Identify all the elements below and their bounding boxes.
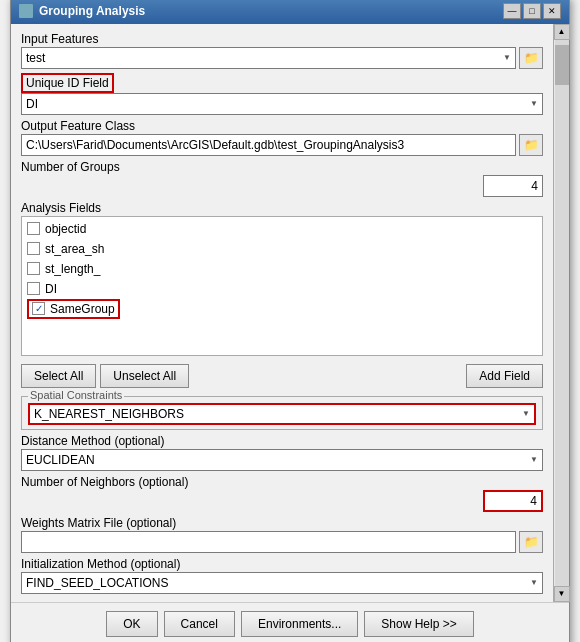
environments-button[interactable]: Environments... bbox=[241, 611, 358, 637]
output-feature-label: Output Feature Class bbox=[21, 119, 543, 133]
cancel-button[interactable]: Cancel bbox=[164, 611, 235, 637]
spatial-constraints-row: K_NEAREST_NEIGHBORS ▼ bbox=[28, 403, 536, 425]
list-item: SameGroup bbox=[24, 299, 540, 319]
analysis-fields-box: objectid st_area_sh st_length_ DI bbox=[21, 216, 543, 356]
list-item: DI bbox=[24, 279, 540, 299]
select-all-button[interactable]: Select All bbox=[21, 364, 96, 388]
unselect-all-button[interactable]: Unselect All bbox=[100, 364, 189, 388]
field-button-row: Select All Unselect All Add Field bbox=[21, 364, 543, 388]
input-features-section: Input Features test ▼ 📁 bbox=[21, 32, 543, 69]
distance-method-section: Distance Method (optional) EUCLIDEAN ▼ bbox=[21, 434, 543, 471]
st-area-checkbox[interactable] bbox=[27, 242, 40, 255]
distance-method-label: Distance Method (optional) bbox=[21, 434, 543, 448]
maximize-button[interactable]: □ bbox=[523, 3, 541, 19]
main-content: Input Features test ▼ 📁 Unique ID Field … bbox=[11, 24, 553, 602]
objectid-checkbox[interactable] bbox=[27, 222, 40, 235]
scrollbar: ▲ ▼ bbox=[553, 24, 569, 602]
add-field-button[interactable]: Add Field bbox=[466, 364, 543, 388]
weights-matrix-input[interactable] bbox=[21, 531, 516, 553]
init-method-row: FIND_SEED_LOCATIONS ▼ bbox=[21, 572, 543, 594]
di-label: DI bbox=[45, 282, 57, 296]
distance-method-value: EUCLIDEAN bbox=[26, 453, 95, 467]
scroll-down-button[interactable]: ▼ bbox=[554, 586, 570, 602]
title-bar: Grouping Analysis — □ ✕ bbox=[11, 0, 569, 24]
list-item: st_length_ bbox=[24, 259, 540, 279]
num-groups-section: Number of Groups 4 bbox=[21, 160, 543, 197]
spatial-constraints-arrow: ▼ bbox=[522, 409, 530, 418]
samegroup-checkbox[interactable] bbox=[32, 302, 45, 315]
output-feature-browse[interactable]: 📁 bbox=[519, 134, 543, 156]
unique-id-arrow: ▼ bbox=[530, 99, 538, 108]
spatial-constraints-value: K_NEAREST_NEIGHBORS bbox=[34, 407, 184, 421]
input-features-dropdown[interactable]: test ▼ bbox=[21, 47, 516, 69]
spatial-constraints-dropdown[interactable]: K_NEAREST_NEIGHBORS ▼ bbox=[28, 403, 536, 425]
scroll-container: Input Features test ▼ 📁 Unique ID Field … bbox=[11, 24, 569, 602]
st-length-checkbox[interactable] bbox=[27, 262, 40, 275]
scroll-up-button[interactable]: ▲ bbox=[554, 24, 570, 40]
grouping-analysis-window: Grouping Analysis — □ ✕ Input Features t… bbox=[10, 0, 570, 642]
distance-method-row: EUCLIDEAN ▼ bbox=[21, 449, 543, 471]
ok-button[interactable]: OK bbox=[106, 611, 157, 637]
show-help-button[interactable]: Show Help >> bbox=[364, 611, 473, 637]
unique-id-value: DI bbox=[26, 97, 38, 111]
objectid-label: objectid bbox=[45, 222, 86, 236]
init-method-label: Initialization Method (optional) bbox=[21, 557, 543, 571]
minimize-button[interactable]: — bbox=[503, 3, 521, 19]
num-groups-label: Number of Groups bbox=[21, 160, 543, 174]
bottom-button-row: OK Cancel Environments... Show Help >> bbox=[11, 602, 569, 643]
spatial-constraints-section: Spatial Constraints K_NEAREST_NEIGHBORS … bbox=[21, 396, 543, 430]
weights-matrix-section: Weights Matrix File (optional) 📁 bbox=[21, 516, 543, 553]
num-neighbors-value[interactable]: 4 bbox=[483, 490, 543, 512]
num-neighbors-container: 4 bbox=[21, 490, 543, 512]
input-features-label: Input Features bbox=[21, 32, 543, 46]
analysis-fields-label: Analysis Fields bbox=[21, 201, 543, 215]
samegroup-highlight-box: SameGroup bbox=[27, 299, 120, 319]
analysis-fields-section: Analysis Fields objectid st_area_sh st_l… bbox=[21, 201, 543, 356]
unique-id-section: Unique ID Field DI ▼ bbox=[21, 73, 543, 115]
init-method-dropdown[interactable]: FIND_SEED_LOCATIONS ▼ bbox=[21, 572, 543, 594]
weights-matrix-row: 📁 bbox=[21, 531, 543, 553]
num-groups-value[interactable]: 4 bbox=[483, 175, 543, 197]
st-length-label: st_length_ bbox=[45, 262, 100, 276]
list-item: objectid bbox=[24, 219, 540, 239]
window-title: Grouping Analysis bbox=[39, 4, 145, 18]
unique-id-dropdown[interactable]: DI ▼ bbox=[21, 93, 543, 115]
init-method-value: FIND_SEED_LOCATIONS bbox=[26, 576, 168, 590]
unique-id-highlight-box: Unique ID Field bbox=[21, 73, 114, 93]
samegroup-label: SameGroup bbox=[50, 302, 115, 316]
input-features-arrow: ▼ bbox=[503, 53, 511, 62]
di-checkbox[interactable] bbox=[27, 282, 40, 295]
output-feature-section: Output Feature Class 📁 bbox=[21, 119, 543, 156]
unique-id-row: DI ▼ bbox=[21, 93, 543, 115]
init-method-arrow: ▼ bbox=[530, 578, 538, 587]
spatial-constraints-label: Spatial Constraints bbox=[28, 389, 124, 401]
distance-method-arrow: ▼ bbox=[530, 455, 538, 464]
output-feature-input[interactable] bbox=[21, 134, 516, 156]
output-feature-row: 📁 bbox=[21, 134, 543, 156]
input-features-row: test ▼ 📁 bbox=[21, 47, 543, 69]
input-features-browse[interactable]: 📁 bbox=[519, 47, 543, 69]
scroll-thumb[interactable] bbox=[555, 45, 569, 85]
window-icon bbox=[19, 4, 33, 18]
scroll-track bbox=[555, 40, 569, 586]
title-buttons: — □ ✕ bbox=[503, 3, 561, 19]
list-item: st_area_sh bbox=[24, 239, 540, 259]
close-button[interactable]: ✕ bbox=[543, 3, 561, 19]
distance-method-dropdown[interactable]: EUCLIDEAN ▼ bbox=[21, 449, 543, 471]
unique-id-label: Unique ID Field bbox=[26, 76, 109, 90]
title-bar-left: Grouping Analysis bbox=[19, 4, 145, 18]
weights-matrix-browse[interactable]: 📁 bbox=[519, 531, 543, 553]
input-features-value: test bbox=[26, 51, 45, 65]
st-area-label: st_area_sh bbox=[45, 242, 104, 256]
weights-matrix-label: Weights Matrix File (optional) bbox=[21, 516, 543, 530]
num-neighbors-section: Number of Neighbors (optional) 4 bbox=[21, 475, 543, 512]
init-method-section: Initialization Method (optional) FIND_SE… bbox=[21, 557, 543, 594]
num-neighbors-label: Number of Neighbors (optional) bbox=[21, 475, 543, 489]
